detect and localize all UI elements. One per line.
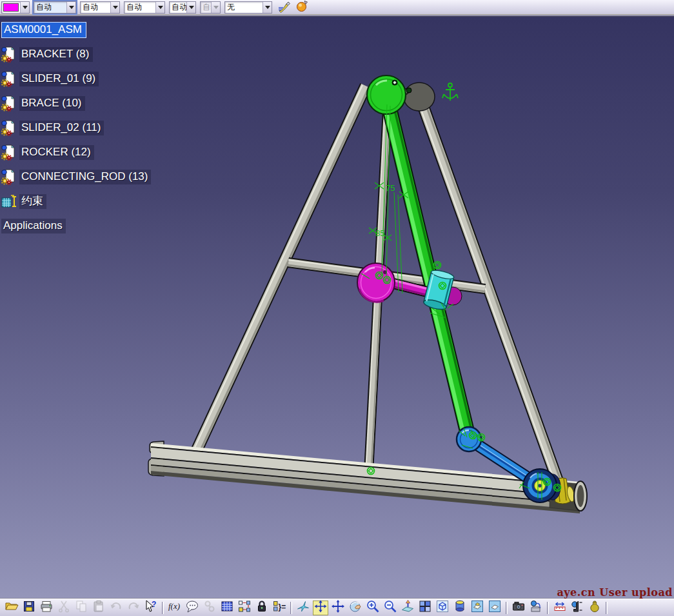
specification-tree: ASM0001_ASMBRACKET (8)SLIDER_01 (9)BRACE… <box>1 22 151 243</box>
camera-capture-icon <box>511 599 526 616</box>
filter-combo[interactable]: 无 <box>224 1 272 14</box>
top-toolbar: 自动自动自动自动自动无 <box>0 0 674 15</box>
redo-button <box>126 601 141 615</box>
rotate-icon <box>348 599 362 616</box>
chevron-down-icon[interactable] <box>155 2 164 13</box>
link-icon <box>203 599 217 616</box>
print-button[interactable] <box>39 601 54 615</box>
mass-weight-button[interactable] <box>587 601 602 615</box>
chat-bubble-icon <box>185 599 199 616</box>
normal-view-button[interactable] <box>400 601 415 615</box>
tree-item-asm0001-asm[interactable]: ASM0001_ASM <box>1 22 151 37</box>
wizard-button[interactable] <box>294 0 311 14</box>
chevron-down-icon[interactable] <box>66 2 75 13</box>
part-document-icon[interactable] <box>1 119 17 136</box>
rotate-button[interactable] <box>348 601 363 615</box>
function-fx-button[interactable]: f(x) <box>167 601 183 615</box>
toolbar-separator <box>506 602 508 614</box>
tree-item-applications[interactable]: Applications <box>1 218 151 233</box>
formula-block-icon: }= <box>272 599 286 616</box>
tree-item-connecting-rod-13[interactable]: CONNECTING_ROD (13) <box>1 169 151 184</box>
help-pointer-button[interactable]: ? <box>143 601 159 615</box>
chat-bubble-button[interactable] <box>184 601 200 615</box>
application-window: 自动自动自动自动自动无 <box>0 0 674 616</box>
part-document-icon[interactable] <box>1 144 17 161</box>
tree-item-label: SLIDER_02 (11) <box>19 121 104 135</box>
part-document-icon[interactable] <box>1 168 17 185</box>
point-symbol-combo[interactable]: 自动 <box>124 1 165 14</box>
rail-end-opening <box>574 481 587 511</box>
render-mode-combo[interactable]: 自动 <box>169 1 196 14</box>
fit-all-button[interactable] <box>313 601 328 615</box>
print-preview-button[interactable] <box>528 601 544 615</box>
zoom-out-icon <box>383 599 397 616</box>
tree-item-label: BRACE (10) <box>19 96 85 111</box>
measure-item-button[interactable] <box>570 601 585 615</box>
structure-graph-button[interactable] <box>237 601 252 615</box>
paste-button <box>91 601 106 615</box>
chevron-down-icon[interactable] <box>20 2 29 13</box>
tree-item-slider-01-9[interactable]: SLIDER_01 (9) <box>1 71 151 86</box>
offset-dimension-75: 75 <box>386 183 395 193</box>
measure-ruler-button[interactable] <box>552 601 568 615</box>
base-rail-3d[interactable] <box>148 441 580 513</box>
tree-item-brace-10[interactable]: BRACE (10) <box>1 95 151 111</box>
part-document-icon[interactable] <box>1 46 17 63</box>
render-style-2-button[interactable] <box>487 601 502 615</box>
quad-view-button[interactable] <box>417 601 433 615</box>
function-fx-icon: f(x) <box>168 599 182 616</box>
camera-capture-button[interactable] <box>511 601 526 615</box>
layer-combo[interactable]: 自动 <box>200 1 221 14</box>
material-sphere-icon <box>295 0 310 15</box>
save-floppy-button[interactable] <box>21 601 37 615</box>
constraints-icon[interactable] <box>1 193 17 210</box>
iso-view-button[interactable] <box>435 601 450 615</box>
graphic-color-combo[interactable] <box>1 1 30 14</box>
tree-item-bracket-8[interactable]: BRACKET (8) <box>1 46 151 62</box>
tree-item-约束[interactable]: 约束 <box>1 194 151 209</box>
tree-item-label: CONNECTING_ROD (13) <box>19 170 151 184</box>
open-folder-button[interactable] <box>4 601 19 615</box>
chevron-down-icon[interactable] <box>211 2 220 13</box>
tree-item-rocker-12[interactable]: ROCKER (12) <box>1 144 151 160</box>
tree-item-label: 约束 <box>19 194 46 209</box>
point-symbol-combo-value: 自动 <box>124 2 155 13</box>
line-weight-combo[interactable]: 自动 <box>34 1 76 14</box>
painter-button[interactable] <box>276 0 293 14</box>
measure-ruler-icon <box>553 599 567 616</box>
line-weight-combo-value: 自动 <box>34 2 66 13</box>
shading-cylinder-button[interactable] <box>452 601 468 615</box>
svg-text:?: ? <box>152 600 156 609</box>
tree-item-label: Applications <box>1 219 66 233</box>
bottom-toolbar: ?f(x)}= <box>0 599 674 616</box>
lock-button[interactable] <box>254 601 270 615</box>
pan-button[interactable] <box>330 601 346 615</box>
formula-block-button[interactable]: }= <box>272 601 287 615</box>
chevron-down-icon[interactable] <box>110 2 119 13</box>
pan-icon <box>331 599 345 616</box>
zoom-in-button[interactable] <box>365 601 381 615</box>
apex-hub-3d[interactable] <box>403 83 435 111</box>
tree-item-slider-02-11[interactable]: SLIDER_02 (11) <box>1 120 151 135</box>
chevron-down-icon[interactable] <box>186 2 195 13</box>
print-preview-icon <box>529 599 543 616</box>
line-type-combo[interactable]: 自动 <box>80 1 120 14</box>
tree-item-label: ROCKER (12) <box>19 145 94 160</box>
fly-mode-button[interactable] <box>295 601 311 615</box>
part-document-icon[interactable] <box>1 70 17 87</box>
cut-button <box>56 601 72 615</box>
tree-item-label: SLIDER_01 (9) <box>19 72 99 86</box>
filter-combo-value: 无 <box>225 2 263 13</box>
watermark: aye.cn User upload <box>557 586 673 599</box>
toolbar-separator <box>606 602 608 614</box>
chevron-down-icon[interactable] <box>263 2 272 13</box>
3d-viewport[interactable]: 75 85 ASM0001_ASMB <box>0 17 674 599</box>
part-document-icon[interactable] <box>1 95 17 112</box>
redo-icon <box>126 599 141 616</box>
offset-dimension-85: 85 <box>375 228 384 238</box>
measure-item-icon <box>570 599 584 616</box>
render-style-1-button[interactable] <box>470 601 485 615</box>
zoom-out-button[interactable] <box>382 601 398 615</box>
table-grid-button[interactable] <box>219 601 235 615</box>
paintbrush-icon <box>277 0 292 15</box>
